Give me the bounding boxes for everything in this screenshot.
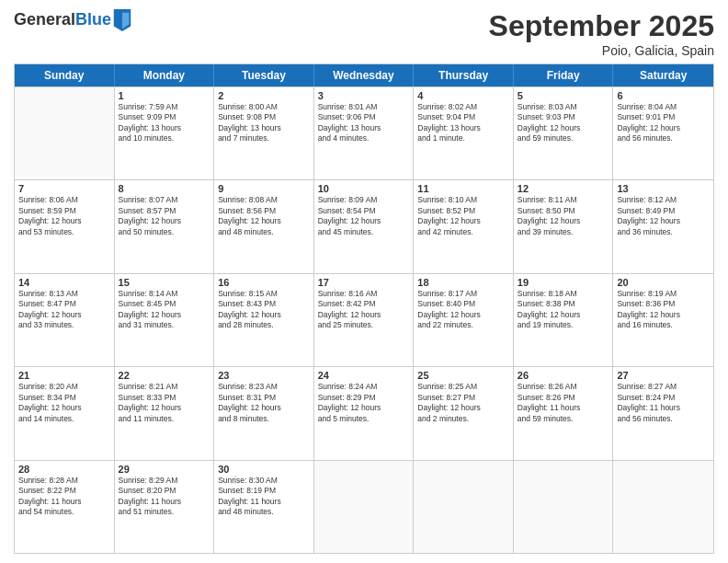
weekday-header: Friday bbox=[514, 64, 614, 86]
calendar-cell: 21Sunrise: 8:20 AM Sunset: 8:34 PM Dayli… bbox=[15, 367, 115, 459]
day-info: Sunrise: 8:26 AM Sunset: 8:26 PM Dayligh… bbox=[518, 382, 609, 424]
calendar-cell: 3Sunrise: 8:01 AM Sunset: 9:06 PM Daylig… bbox=[314, 87, 415, 179]
day-info: Sunrise: 8:23 AM Sunset: 8:31 PM Dayligh… bbox=[218, 382, 310, 424]
calendar-row: 7Sunrise: 8:06 AM Sunset: 8:59 PM Daylig… bbox=[15, 179, 713, 272]
calendar-cell bbox=[613, 461, 713, 553]
calendar-cell: 10Sunrise: 8:09 AM Sunset: 8:54 PM Dayli… bbox=[314, 180, 415, 272]
day-number: 10 bbox=[318, 183, 410, 194]
day-number: 9 bbox=[218, 183, 310, 194]
day-info: Sunrise: 8:25 AM Sunset: 8:27 PM Dayligh… bbox=[417, 382, 509, 424]
calendar-cell: 7Sunrise: 8:06 AM Sunset: 8:59 PM Daylig… bbox=[15, 180, 115, 272]
logo-icon bbox=[113, 9, 131, 31]
day-info: Sunrise: 8:29 AM Sunset: 8:20 PM Dayligh… bbox=[119, 476, 210, 518]
day-number: 14 bbox=[18, 277, 110, 288]
day-number: 6 bbox=[617, 90, 710, 101]
calendar-cell: 26Sunrise: 8:26 AM Sunset: 8:26 PM Dayli… bbox=[514, 367, 614, 459]
logo: GeneralBlue bbox=[14, 9, 131, 31]
calendar-row: 28Sunrise: 8:28 AM Sunset: 8:22 PM Dayli… bbox=[15, 460, 713, 553]
weekday-header: Monday bbox=[115, 64, 215, 86]
calendar-cell bbox=[314, 461, 415, 553]
day-number: 15 bbox=[119, 277, 210, 288]
calendar: SundayMondayTuesdayWednesdayThursdayFrid… bbox=[14, 63, 714, 554]
calendar-cell: 13Sunrise: 8:12 AM Sunset: 8:49 PM Dayli… bbox=[613, 180, 713, 272]
day-info: Sunrise: 8:07 AM Sunset: 8:57 PM Dayligh… bbox=[119, 195, 210, 237]
day-info: Sunrise: 8:12 AM Sunset: 8:49 PM Dayligh… bbox=[617, 195, 710, 237]
day-number: 21 bbox=[18, 370, 110, 381]
day-number: 13 bbox=[617, 183, 710, 194]
day-number: 26 bbox=[518, 370, 609, 381]
day-info: Sunrise: 8:10 AM Sunset: 8:52 PM Dayligh… bbox=[417, 195, 509, 237]
calendar-cell: 25Sunrise: 8:25 AM Sunset: 8:27 PM Dayli… bbox=[414, 367, 514, 459]
day-info: Sunrise: 8:08 AM Sunset: 8:56 PM Dayligh… bbox=[218, 195, 310, 237]
day-info: Sunrise: 8:16 AM Sunset: 8:42 PM Dayligh… bbox=[318, 289, 410, 331]
calendar-cell: 30Sunrise: 8:30 AM Sunset: 8:19 PM Dayli… bbox=[214, 461, 314, 553]
calendar-cell: 6Sunrise: 8:04 AM Sunset: 9:01 PM Daylig… bbox=[613, 87, 713, 179]
calendar-body: 1Sunrise: 7:59 AM Sunset: 9:09 PM Daylig… bbox=[15, 86, 713, 553]
calendar-cell bbox=[514, 461, 614, 553]
day-number: 1 bbox=[119, 90, 210, 101]
day-number: 19 bbox=[518, 277, 609, 288]
day-info: Sunrise: 8:19 AM Sunset: 8:36 PM Dayligh… bbox=[617, 289, 710, 331]
weekday-header: Sunday bbox=[15, 64, 115, 86]
day-info: Sunrise: 7:59 AM Sunset: 9:09 PM Dayligh… bbox=[119, 102, 210, 144]
day-info: Sunrise: 8:00 AM Sunset: 9:08 PM Dayligh… bbox=[218, 102, 310, 144]
weekday-header: Saturday bbox=[613, 64, 713, 86]
title-area: September 2025 Poio, Galicia, Spain bbox=[489, 9, 714, 58]
day-info: Sunrise: 8:06 AM Sunset: 8:59 PM Dayligh… bbox=[18, 195, 110, 237]
calendar-cell bbox=[15, 87, 115, 179]
weekday-header: Tuesday bbox=[214, 64, 314, 86]
subtitle: Poio, Galicia, Spain bbox=[489, 43, 714, 58]
day-info: Sunrise: 8:21 AM Sunset: 8:33 PM Dayligh… bbox=[119, 382, 210, 424]
day-info: Sunrise: 8:15 AM Sunset: 8:43 PM Dayligh… bbox=[218, 289, 310, 331]
month-title: September 2025 bbox=[489, 9, 714, 43]
day-number: 24 bbox=[318, 370, 410, 381]
calendar-row: 21Sunrise: 8:20 AM Sunset: 8:34 PM Dayli… bbox=[15, 366, 713, 459]
day-number: 30 bbox=[218, 464, 310, 475]
day-number: 17 bbox=[318, 277, 410, 288]
weekday-header: Thursday bbox=[414, 64, 514, 86]
calendar-cell: 20Sunrise: 8:19 AM Sunset: 8:36 PM Dayli… bbox=[613, 274, 713, 366]
day-info: Sunrise: 8:14 AM Sunset: 8:45 PM Dayligh… bbox=[119, 289, 210, 331]
calendar-cell: 2Sunrise: 8:00 AM Sunset: 9:08 PM Daylig… bbox=[214, 87, 314, 179]
calendar-cell: 18Sunrise: 8:17 AM Sunset: 8:40 PM Dayli… bbox=[414, 274, 514, 366]
calendar-row: 14Sunrise: 8:13 AM Sunset: 8:47 PM Dayli… bbox=[15, 273, 713, 366]
page: GeneralBlue September 2025 Poio, Galicia… bbox=[0, 0, 728, 563]
calendar-cell: 4Sunrise: 8:02 AM Sunset: 9:04 PM Daylig… bbox=[414, 87, 514, 179]
day-info: Sunrise: 8:11 AM Sunset: 8:50 PM Dayligh… bbox=[518, 195, 609, 237]
day-info: Sunrise: 8:13 AM Sunset: 8:47 PM Dayligh… bbox=[18, 289, 110, 331]
header: GeneralBlue September 2025 Poio, Galicia… bbox=[14, 9, 714, 58]
day-info: Sunrise: 8:02 AM Sunset: 9:04 PM Dayligh… bbox=[417, 102, 509, 144]
day-number: 22 bbox=[119, 370, 210, 381]
logo-general: GeneralBlue bbox=[14, 11, 111, 29]
day-number: 23 bbox=[218, 370, 310, 381]
weekday-header: Wednesday bbox=[314, 64, 415, 86]
day-number: 7 bbox=[18, 183, 110, 194]
day-number: 12 bbox=[518, 183, 609, 194]
day-number: 2 bbox=[218, 90, 310, 101]
day-info: Sunrise: 8:09 AM Sunset: 8:54 PM Dayligh… bbox=[318, 195, 410, 237]
day-number: 25 bbox=[417, 370, 509, 381]
calendar-cell: 5Sunrise: 8:03 AM Sunset: 9:03 PM Daylig… bbox=[514, 87, 614, 179]
day-number: 27 bbox=[617, 370, 710, 381]
day-number: 8 bbox=[119, 183, 210, 194]
calendar-cell: 19Sunrise: 8:18 AM Sunset: 8:38 PM Dayli… bbox=[514, 274, 614, 366]
calendar-cell: 8Sunrise: 8:07 AM Sunset: 8:57 PM Daylig… bbox=[115, 180, 215, 272]
calendar-cell bbox=[414, 461, 514, 553]
calendar-cell: 27Sunrise: 8:27 AM Sunset: 8:24 PM Dayli… bbox=[613, 367, 713, 459]
calendar-cell: 24Sunrise: 8:24 AM Sunset: 8:29 PM Dayli… bbox=[314, 367, 415, 459]
calendar-cell: 29Sunrise: 8:29 AM Sunset: 8:20 PM Dayli… bbox=[115, 461, 215, 553]
calendar-cell: 12Sunrise: 8:11 AM Sunset: 8:50 PM Dayli… bbox=[514, 180, 614, 272]
calendar-row: 1Sunrise: 7:59 AM Sunset: 9:09 PM Daylig… bbox=[15, 86, 713, 179]
day-info: Sunrise: 8:01 AM Sunset: 9:06 PM Dayligh… bbox=[318, 102, 410, 144]
calendar-cell: 15Sunrise: 8:14 AM Sunset: 8:45 PM Dayli… bbox=[115, 274, 215, 366]
day-info: Sunrise: 8:28 AM Sunset: 8:22 PM Dayligh… bbox=[18, 476, 110, 518]
day-number: 20 bbox=[617, 277, 710, 288]
day-number: 5 bbox=[518, 90, 609, 101]
calendar-cell: 17Sunrise: 8:16 AM Sunset: 8:42 PM Dayli… bbox=[314, 274, 415, 366]
calendar-cell: 14Sunrise: 8:13 AM Sunset: 8:47 PM Dayli… bbox=[15, 274, 115, 366]
day-number: 29 bbox=[119, 464, 210, 475]
day-number: 11 bbox=[417, 183, 509, 194]
calendar-cell: 28Sunrise: 8:28 AM Sunset: 8:22 PM Dayli… bbox=[15, 461, 115, 553]
calendar-cell: 16Sunrise: 8:15 AM Sunset: 8:43 PM Dayli… bbox=[214, 274, 314, 366]
calendar-cell: 11Sunrise: 8:10 AM Sunset: 8:52 PM Dayli… bbox=[414, 180, 514, 272]
